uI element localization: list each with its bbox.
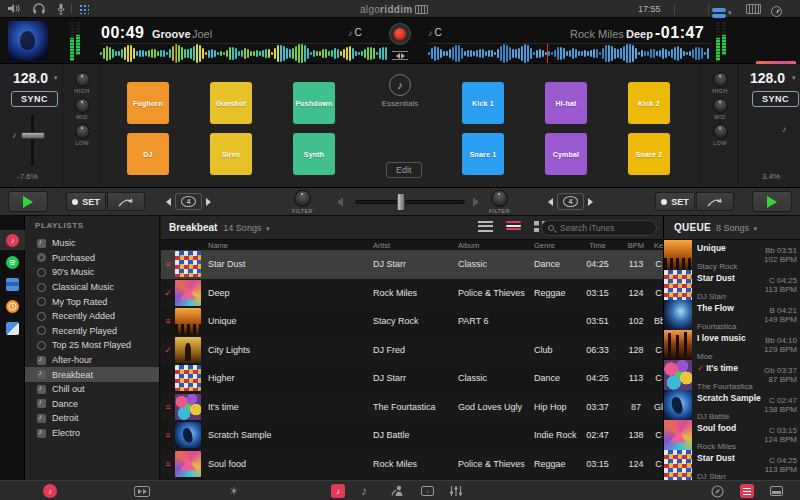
queue-item[interactable]: ✓Unique Stacy Rock Bb 03:51 102 BPM xyxy=(664,240,800,270)
browse-button[interactable] xyxy=(711,481,724,500)
source-media[interactable] xyxy=(0,318,25,338)
loop-double-icon[interactable] xyxy=(588,198,593,206)
queue-item[interactable]: ✓Scratch Sample DJ Battle C 02:47 138 BP… xyxy=(664,390,800,420)
automix-button[interactable] xyxy=(134,481,150,500)
library-count[interactable]: 14 Songs ▾ xyxy=(223,223,269,233)
eq-mid-knob[interactable] xyxy=(713,98,728,113)
track-row[interactable]: ≡ ✓ City Lights DJ Fred Club 06:33 128 C xyxy=(161,336,663,365)
deck-a-filter-knob[interactable] xyxy=(294,190,311,207)
brightness-button[interactable]: ☀ xyxy=(229,481,239,500)
playlist-item[interactable]: Breakbeat xyxy=(25,367,159,382)
queue-item[interactable]: ✓Soul food Rock Miles C 03:15 124 BPM xyxy=(664,420,800,450)
playlist-item[interactable]: Electro xyxy=(25,426,159,441)
sample-pad[interactable]: Gunshot xyxy=(210,82,252,124)
deck-b-bpm-readout[interactable]: 128.0 xyxy=(750,70,785,86)
sample-pad[interactable]: Snare 1 xyxy=(462,133,504,175)
loop-halve-icon[interactable] xyxy=(166,198,171,206)
playlist-item[interactable]: Classical Music xyxy=(25,280,159,295)
tab-effects[interactable] xyxy=(449,481,463,500)
track-row[interactable]: ≡ ✓ Soul food Rock Miles Police & Thieve… xyxy=(161,450,663,479)
volume-icon[interactable] xyxy=(8,0,21,18)
playlist-item[interactable]: Recently Played xyxy=(25,324,159,339)
sample-pad[interactable]: Foghorn xyxy=(127,82,169,124)
itunes-source-button[interactable]: ♪ xyxy=(43,481,57,500)
sample-pad[interactable]: Cymbal xyxy=(545,133,587,175)
search-input[interactable] xyxy=(558,222,650,234)
column-genre[interactable]: Genre xyxy=(532,241,577,250)
deck-b-filter-knob[interactable] xyxy=(491,190,508,207)
sample-pad[interactable]: Kick 2 xyxy=(628,82,670,124)
deck-a-bpm-readout[interactable]: 128.0 xyxy=(13,70,48,86)
track-row[interactable]: ≡ ✓ Unique Stacy Rock PART 6 03:51 102 B… xyxy=(161,307,663,336)
deck-a-play-button[interactable] xyxy=(8,191,48,212)
sample-pad[interactable]: Hi-hat xyxy=(545,82,587,124)
column-name[interactable]: Name xyxy=(206,241,371,250)
eq-high-knob[interactable] xyxy=(75,72,90,87)
deck-a-pitch-slider[interactable] xyxy=(31,114,34,166)
tab-music-library[interactable]: ♪ xyxy=(331,481,345,500)
column-artist[interactable]: Artist xyxy=(371,241,456,250)
playlist-item[interactable]: Dance xyxy=(25,397,159,412)
loop-halve-icon[interactable] xyxy=(548,198,553,206)
track-row[interactable]: ≡ ✓ Higher DJ Starr Classic Dance 04:25 … xyxy=(161,364,663,393)
bpm-caret-icon[interactable]: ▾ xyxy=(792,74,796,82)
sample-pad[interactable]: Pushdown xyxy=(293,82,335,124)
sample-pad[interactable]: Snare 2 xyxy=(628,133,670,175)
playlist-item[interactable]: Recently Added xyxy=(25,309,159,324)
record-button[interactable] xyxy=(389,23,411,45)
deck-a-set-cue-button[interactable]: SET xyxy=(66,192,106,211)
eq-mid-knob[interactable] xyxy=(75,98,90,113)
column-bpm[interactable]: BPM xyxy=(618,241,654,250)
queue-item[interactable]: ✓Star Dust DJ Starr C 04:25 113 BPM xyxy=(664,450,800,480)
tab-karaoke[interactable] xyxy=(391,481,404,500)
eq-low-knob[interactable] xyxy=(75,124,90,139)
microphone-icon[interactable] xyxy=(57,0,65,18)
queue-item[interactable]: ✓Star Dust DJ Starr C 04:25 113 BPM xyxy=(664,270,800,300)
deck-b-sync-button[interactable]: SYNC xyxy=(752,91,799,107)
list-view-icon[interactable] xyxy=(478,221,493,232)
playlist-item[interactable]: Chill out xyxy=(25,382,159,397)
track-row[interactable]: ≡ ✓ It's time The Fourtastica God Loves … xyxy=(161,393,663,422)
playlist-item[interactable]: 90's Music xyxy=(25,265,159,280)
deck-b-waveform[interactable] xyxy=(428,43,712,63)
deck-a-waveform[interactable] xyxy=(100,43,390,63)
tab-video[interactable]: ♪ xyxy=(421,481,434,500)
deck-b-set-cue-button[interactable]: SET xyxy=(655,192,695,211)
queue-count[interactable]: 8 Songs ▾ xyxy=(716,223,757,233)
recorder-icon[interactable] xyxy=(771,6,782,17)
playlist-item[interactable]: After-hour xyxy=(25,353,159,368)
queue-item[interactable]: ✓The Flow Fourtastica B 04:21 149 BPM xyxy=(664,300,800,330)
source-files[interactable] xyxy=(0,274,25,294)
track-row[interactable]: ≡ ✓ Scratch Sample DJ Battle Indie Rock … xyxy=(161,421,663,450)
keyboard-icon[interactable] xyxy=(746,4,761,14)
playlist-item[interactable]: Music xyxy=(25,236,159,251)
drawer-toggle-button[interactable] xyxy=(770,481,783,500)
sample-pad[interactable]: Siren xyxy=(210,133,252,175)
eq-high-knob[interactable] xyxy=(713,72,728,87)
eq-low-knob[interactable] xyxy=(713,124,728,139)
deck-b-loop-button[interactable]: 4 xyxy=(557,193,584,210)
playlist-item[interactable]: Top 25 Most Played xyxy=(25,338,159,353)
deck-a-jump-cue-button[interactable] xyxy=(107,192,145,211)
source-itunes[interactable]: ♪ xyxy=(0,230,25,250)
sample-pad[interactable]: Kick 1 xyxy=(462,82,504,124)
headphones-icon[interactable] xyxy=(33,0,45,18)
loop-double-icon[interactable] xyxy=(206,198,211,206)
queue-item[interactable]: ✓It's time The Fourtastica Gb 03:37 87 B… xyxy=(664,360,800,390)
track-row[interactable]: ≡ ✓ Deep Rock Miles Police & Thieves Reg… xyxy=(161,279,663,308)
midi-grid-icon[interactable] xyxy=(78,3,89,14)
column-album[interactable]: Album xyxy=(456,241,532,250)
source-spotify[interactable] xyxy=(0,252,25,272)
sampler-pack-name[interactable]: Essentials xyxy=(365,99,435,108)
playlist-item[interactable]: My Top Rated xyxy=(25,294,159,309)
bpm-caret-icon[interactable]: ▾ xyxy=(54,74,58,82)
queue-toggle-button[interactable] xyxy=(740,481,754,500)
sample-pad[interactable]: Synth xyxy=(293,133,335,175)
deck-a-sync-button[interactable]: SYNC xyxy=(11,91,58,107)
sample-pad[interactable]: DJ xyxy=(127,133,169,175)
column-time[interactable]: Time xyxy=(577,241,618,250)
detail-view-icon[interactable] xyxy=(506,221,521,232)
search-box[interactable] xyxy=(541,220,657,236)
tab-songs[interactable]: ♪ xyxy=(361,481,367,500)
playlist-item[interactable]: Detroit xyxy=(25,411,159,426)
